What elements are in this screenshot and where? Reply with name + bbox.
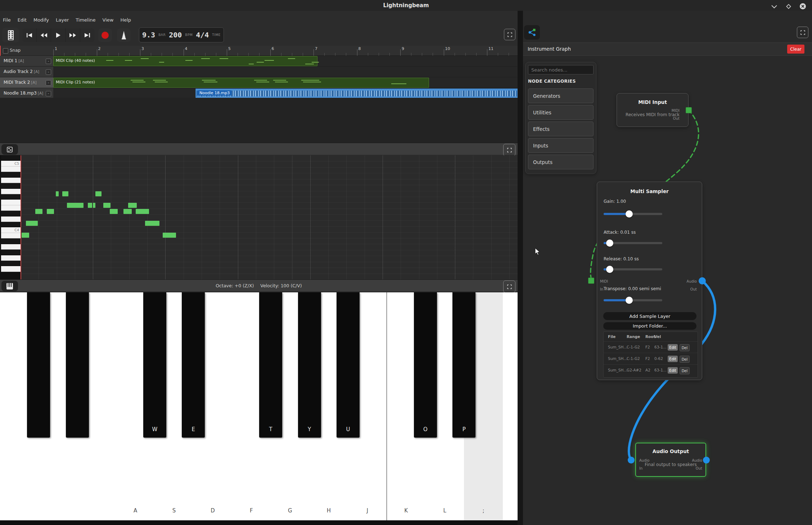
clear-graph-button[interactable]: Clear xyxy=(787,45,804,54)
track-name[interactable]: MIDI Track 2[A] xyxy=(0,77,53,88)
slider-thumb[interactable] xyxy=(606,266,613,273)
delete-layer-button[interactable]: Del xyxy=(680,356,690,363)
delete-layer-button[interactable]: Del xyxy=(680,344,690,351)
track-checkbox[interactable]: - xyxy=(46,59,51,64)
timeline-expand-button[interactable] xyxy=(504,29,515,40)
midi-note[interactable] xyxy=(145,221,159,226)
slider-thumb[interactable] xyxy=(626,297,633,304)
add-sample-layer-button[interactable]: Add Sample Layer xyxy=(603,312,696,320)
search-input[interactable] xyxy=(528,65,594,74)
midi-out-port[interactable] xyxy=(686,107,692,113)
roll-key-white[interactable]: C5 xyxy=(1,161,21,166)
black-key[interactable]: O xyxy=(414,292,437,438)
roll-key-white[interactable] xyxy=(1,244,21,250)
menu-item-layer[interactable]: Layer xyxy=(56,17,69,23)
skip-start-button[interactable] xyxy=(22,28,37,42)
menu-item-modify[interactable]: Modify xyxy=(33,17,49,23)
metronome-button[interactable] xyxy=(117,28,131,42)
black-key[interactable]: E xyxy=(182,292,205,438)
roll-key-black[interactable] xyxy=(1,222,21,227)
roll-key-black[interactable] xyxy=(1,250,21,255)
import-folder-button[interactable]: Import Folder... xyxy=(603,322,696,330)
roll-key-white[interactable]: C4 xyxy=(1,227,21,233)
piano-roll-grid[interactable] xyxy=(21,155,518,279)
audio-output-node[interactable]: Audio Output Final output to speakers Au… xyxy=(635,443,706,477)
track-row[interactable]: MIDI 1[A]-MIDI Clip (40 notes) xyxy=(0,56,518,67)
roll-key-white[interactable] xyxy=(1,178,21,183)
roll-key-white[interactable] xyxy=(1,166,21,172)
piano-roll-icon-button[interactable] xyxy=(1,144,18,155)
roll-key-black[interactable] xyxy=(1,172,21,177)
roll-key-black[interactable] xyxy=(1,211,21,216)
track-name[interactable]: Audio Track 2[A] xyxy=(0,67,53,77)
piano-roll-expand-button[interactable] xyxy=(503,144,515,156)
midi-note[interactable] xyxy=(123,209,132,214)
midi-note[interactable] xyxy=(103,203,110,208)
midi-note[interactable] xyxy=(47,209,54,214)
midi-note[interactable] xyxy=(163,233,176,238)
film-timeline-button[interactable] xyxy=(2,28,19,42)
track-row[interactable]: Noodle 18.mp3[A]-Noodle 18.mp3 xyxy=(0,88,518,99)
midi-note[interactable] xyxy=(95,191,102,196)
edit-layer-button[interactable]: Edit xyxy=(668,367,678,374)
roll-key-black[interactable] xyxy=(1,238,21,244)
menu-item-help[interactable]: Help xyxy=(120,17,131,23)
midi-clip[interactable]: MIDI Clip (40 notes) xyxy=(53,56,317,66)
category-button-generators[interactable]: Generators xyxy=(528,88,594,103)
slider-track[interactable] xyxy=(604,213,662,215)
keyboard-expand-button[interactable] xyxy=(503,280,515,293)
black-key[interactable] xyxy=(27,292,50,438)
midi-note[interactable] xyxy=(35,209,42,214)
black-key[interactable]: W xyxy=(143,292,166,438)
delete-layer-button[interactable]: Del xyxy=(680,367,690,374)
menu-item-timeline[interactable]: Timeline xyxy=(76,17,95,23)
roll-key-white[interactable] xyxy=(1,205,21,211)
edit-layer-button[interactable]: Edit xyxy=(668,344,678,351)
track-row[interactable]: Audio Track 2[A]- xyxy=(0,67,518,77)
black-key[interactable]: P xyxy=(452,292,475,438)
snap-checkbox[interactable] xyxy=(3,48,8,54)
roll-key-white[interactable] xyxy=(1,233,21,238)
fast-forward-button[interactable] xyxy=(66,28,80,42)
menu-item-view[interactable]: View xyxy=(103,17,114,23)
menu-item-file[interactable]: File xyxy=(3,17,11,23)
track-checkbox[interactable]: - xyxy=(46,69,51,75)
graph-expand-button[interactable] xyxy=(797,27,808,38)
piano-roll-key-column[interactable]: C5C4 xyxy=(1,155,21,279)
multi-sampler-node[interactable]: Multi Sampler MIDI In Audio Out Add Samp… xyxy=(597,182,702,380)
category-button-utilities[interactable]: Utilities xyxy=(528,105,594,120)
track-name[interactable]: MIDI 1[A] xyxy=(0,56,53,66)
sampler-midi-in-port[interactable] xyxy=(588,278,594,284)
midi-note[interactable] xyxy=(110,209,118,214)
track-checkbox[interactable]: - xyxy=(46,91,51,96)
audio-out-port[interactable] xyxy=(703,457,710,464)
roll-key-white[interactable] xyxy=(1,200,21,205)
roll-key-white[interactable] xyxy=(1,189,21,194)
category-button-effects[interactable]: Effects xyxy=(528,122,594,136)
midi-note[interactable] xyxy=(128,203,137,208)
edit-layer-button[interactable]: Edit xyxy=(668,356,678,362)
minimize-icon[interactable] xyxy=(770,4,778,9)
close-icon[interactable] xyxy=(799,3,806,10)
midi-note[interactable] xyxy=(26,221,38,226)
midi-input-node[interactable]: MIDI Input Receives MIDI from track MIDI… xyxy=(617,93,689,127)
midi-note[interactable] xyxy=(56,191,59,196)
record-button[interactable] xyxy=(98,28,112,42)
category-button-inputs[interactable]: Inputs xyxy=(528,138,594,153)
midi-note[interactable] xyxy=(67,203,84,208)
skip-end-button[interactable] xyxy=(80,28,94,42)
roll-key-white[interactable] xyxy=(1,216,21,222)
black-key[interactable]: T xyxy=(259,292,282,438)
slider-thumb[interactable] xyxy=(626,210,633,218)
midi-note[interactable] xyxy=(93,203,95,208)
roll-key-white[interactable] xyxy=(1,255,21,261)
track-name[interactable]: Noodle 18.mp3[A] xyxy=(0,88,53,99)
playhead-marker[interactable] xyxy=(0,46,1,56)
rewind-button[interactable] xyxy=(37,28,51,42)
slider-track[interactable] xyxy=(604,299,662,301)
category-button-outputs[interactable]: Outputs xyxy=(528,155,594,169)
black-key[interactable]: U xyxy=(337,292,360,438)
slider-track[interactable] xyxy=(604,268,662,270)
slider-track[interactable] xyxy=(604,242,662,244)
midi-note[interactable] xyxy=(62,191,68,196)
